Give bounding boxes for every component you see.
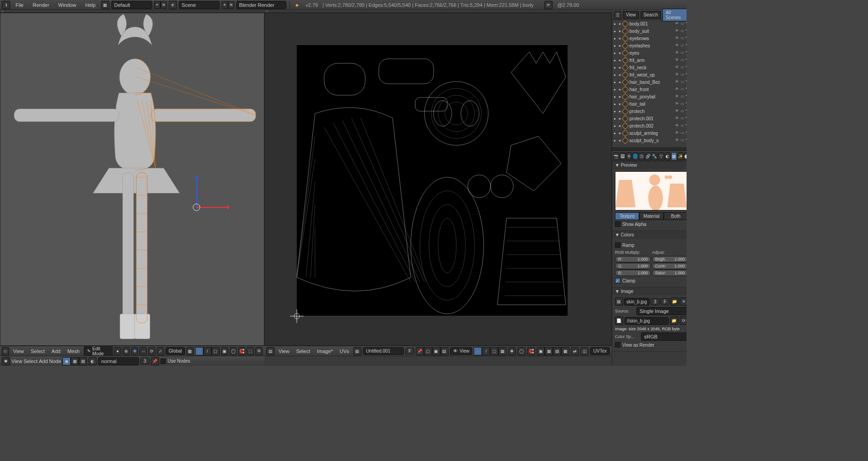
expand-icon[interactable]: ▸ bbox=[614, 95, 618, 99]
outliner-item[interactable]: ▸●protech👁▭📷 bbox=[612, 108, 687, 115]
editor-type-info-icon[interactable]: ℹ bbox=[2, 1, 10, 9]
uvmap-icon[interactable]: ◫ bbox=[580, 347, 589, 355]
restrict-view-icon[interactable]: 👁 bbox=[675, 87, 680, 92]
expand-icon[interactable]: ▸ bbox=[614, 102, 618, 106]
outliner-item[interactable]: ▸●eyelashes👁▭📷 bbox=[612, 42, 687, 49]
saturation-field[interactable]: Satur:1.000 bbox=[652, 270, 687, 276]
restrict-view-icon[interactable]: 👁 bbox=[675, 65, 680, 70]
uv-image-fake-btn[interactable]: F bbox=[405, 348, 414, 354]
manip-rotate-icon[interactable]: ⟳ bbox=[148, 347, 155, 355]
restrict-render-icon[interactable]: 📷 bbox=[686, 131, 687, 136]
uv-sticky-icon[interactable]: ✚ bbox=[508, 347, 516, 355]
uv-disp2-icon[interactable]: ▣ bbox=[432, 347, 440, 355]
outliner-item[interactable]: ▸●sculpt_armleg👁▭📷 bbox=[612, 129, 687, 137]
editor-type-outliner-icon[interactable]: ☰ bbox=[614, 11, 621, 19]
prop-tab-world-icon[interactable]: 🌐 bbox=[632, 152, 638, 160]
restrict-view-icon[interactable]: 👁 bbox=[675, 102, 680, 107]
outliner-scrollbar[interactable] bbox=[612, 147, 687, 151]
image-open-icon[interactable]: 📁 bbox=[671, 297, 679, 306]
uv-prop-icon[interactable]: ◯ bbox=[517, 347, 526, 355]
outliner-item[interactable]: ▸●fril_weist_up👁▭📷 bbox=[612, 71, 687, 78]
menu-window[interactable]: Window bbox=[55, 1, 80, 9]
restrict-view-icon[interactable]: 👁 bbox=[675, 21, 680, 26]
ramp-checkbox[interactable]: Ramp bbox=[615, 241, 687, 249]
occlude-icon[interactable]: ▣ bbox=[221, 347, 228, 355]
panel-colors-title[interactable]: ▼ Colors bbox=[612, 231, 687, 239]
material-browse-icon[interactable]: ◐ bbox=[88, 357, 97, 365]
expand-icon[interactable]: ▸ bbox=[614, 44, 618, 48]
uv-menu-image[interactable]: Image* bbox=[314, 348, 336, 355]
snap-type-icon[interactable]: ⬚ bbox=[247, 347, 254, 355]
panel-preview-title[interactable]: ▼ Preview bbox=[612, 161, 687, 169]
clamp-checkbox[interactable]: ✓Clamp bbox=[615, 277, 687, 285]
prop-tab-render-icon[interactable]: 📷 bbox=[613, 152, 619, 160]
outliner-item[interactable]: ▸●protech.002👁▭📷 bbox=[612, 122, 687, 129]
outliner-tab-search[interactable]: Search bbox=[641, 11, 661, 19]
outliner-item[interactable]: ▸●eyes👁▭📷 bbox=[612, 49, 687, 56]
prop-tab-mod-icon[interactable]: 🔧 bbox=[651, 152, 657, 160]
pivot-icon[interactable]: ⊕ bbox=[123, 347, 130, 355]
source-dropdown[interactable]: Single Image bbox=[636, 307, 687, 315]
uv-mode-dropdown[interactable]: 👁 View bbox=[450, 347, 473, 355]
preview-material-button[interactable]: Material bbox=[639, 212, 663, 220]
expand-icon[interactable]: ▸ bbox=[614, 117, 618, 121]
expand-icon[interactable]: ▸ bbox=[614, 36, 618, 41]
editor-type-node-icon[interactable]: ✱ bbox=[2, 357, 10, 365]
uv-snap-icon[interactable]: 🧲 bbox=[527, 347, 535, 355]
filepath-reload-icon[interactable]: ⟳ bbox=[680, 317, 687, 325]
filepath-field[interactable]: //skin_b.jpg bbox=[625, 317, 669, 325]
outliner-item[interactable]: ▸●fril_neck👁▭📷 bbox=[612, 64, 687, 71]
uv-disp1-icon[interactable]: ▢ bbox=[424, 347, 432, 355]
restrict-view-icon[interactable]: 👁 bbox=[675, 138, 680, 143]
menu-render[interactable]: Render bbox=[29, 1, 53, 9]
scene-dropdown[interactable]: Scene bbox=[179, 1, 220, 9]
view-as-render-checkbox[interactable]: View as Render bbox=[615, 341, 687, 349]
snap-icon[interactable]: 🧲 bbox=[238, 347, 245, 355]
node-pin-icon[interactable]: 📌 bbox=[151, 357, 159, 365]
node-menu-add[interactable]: Add bbox=[39, 359, 48, 364]
prop-tab-scene-icon[interactable]: ✢ bbox=[626, 152, 632, 160]
restrict-select-icon[interactable]: ▭ bbox=[680, 21, 685, 26]
screen-browse-icon[interactable]: ▦ bbox=[101, 1, 109, 9]
uv-disp3-icon[interactable]: ▤ bbox=[440, 347, 449, 355]
restrict-select-icon[interactable]: ▭ bbox=[680, 94, 685, 99]
expand-icon[interactable]: ▸ bbox=[614, 58, 618, 62]
restrict-select-icon[interactable]: ▭ bbox=[680, 80, 685, 85]
scene-add-button[interactable]: + bbox=[222, 1, 228, 9]
image-browse-button[interactable]: ▧ bbox=[615, 297, 623, 306]
viewport-shading-icon[interactable]: ● bbox=[114, 347, 121, 355]
restrict-render-icon[interactable]: 📷 bbox=[686, 29, 687, 34]
scene-browse-icon[interactable]: ✢ bbox=[169, 1, 177, 9]
outliner-item[interactable]: ▸●eyebrows👁▭📷 bbox=[612, 35, 687, 42]
restrict-view-icon[interactable]: 👁 bbox=[675, 80, 680, 85]
uv-piv3-icon[interactable]: ▨ bbox=[553, 347, 561, 355]
outliner-item[interactable]: ▸●fril_arm👁▭📷 bbox=[612, 56, 687, 64]
layers-toggle-icon[interactable]: ▦ bbox=[186, 347, 194, 355]
restrict-view-icon[interactable]: 👁 bbox=[675, 29, 680, 34]
view3d-viewport[interactable] bbox=[0, 13, 264, 346]
restrict-render-icon[interactable]: 📷 bbox=[686, 94, 687, 99]
prop-tab-data-icon[interactable]: ▽ bbox=[658, 152, 664, 160]
outliner-item[interactable]: ▸●hair_front👁▭📷 bbox=[612, 86, 687, 93]
prop-tab-texture-icon[interactable]: ▦ bbox=[671, 152, 677, 160]
sel-vert-icon[interactable]: · bbox=[195, 347, 203, 355]
restrict-view-icon[interactable]: 👁 bbox=[675, 109, 680, 114]
uv-image-dropdown[interactable]: Untitled.001 bbox=[363, 347, 404, 355]
restrict-view-icon[interactable]: 👁 bbox=[675, 94, 680, 99]
uv-menu-uvs[interactable]: UVs bbox=[337, 348, 352, 355]
expand-icon[interactable]: ▸ bbox=[614, 22, 618, 26]
expand-icon[interactable]: ▸ bbox=[614, 124, 618, 128]
prop-tab-material-icon[interactable]: ◐ bbox=[665, 152, 671, 160]
filepath-icon[interactable]: 📄 bbox=[615, 317, 623, 325]
restrict-view-icon[interactable]: 👁 bbox=[675, 43, 680, 48]
expand-icon[interactable]: ▸ bbox=[614, 66, 618, 70]
screen-layout-dropdown[interactable]: Default bbox=[111, 1, 152, 9]
restrict-render-icon[interactable]: 📷 bbox=[686, 102, 687, 107]
node-material-users[interactable]: 3 bbox=[140, 358, 150, 364]
restrict-select-icon[interactable]: ▭ bbox=[680, 138, 685, 143]
image-unlink-icon[interactable]: ✕ bbox=[680, 297, 687, 306]
expand-icon[interactable]: ▸ bbox=[614, 138, 618, 143]
tree-shader-icon[interactable]: ◉ bbox=[62, 357, 71, 365]
restrict-select-icon[interactable]: ▭ bbox=[680, 36, 685, 41]
view3d-menu-mesh[interactable]: Mesh bbox=[65, 348, 83, 355]
